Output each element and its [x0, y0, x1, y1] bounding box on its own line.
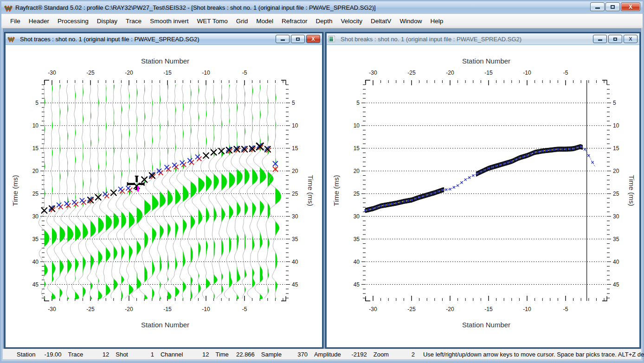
- svg-text:-20: -20: [125, 70, 133, 76]
- svg-text:Time (ms): Time (ms): [307, 175, 315, 206]
- svg-text:-15: -15: [163, 70, 172, 76]
- menu-item-model[interactable]: Model: [252, 16, 277, 26]
- restore-button[interactable]: [608, 35, 622, 43]
- svg-text:10: 10: [32, 122, 39, 129]
- shot-breaks-plot[interactable]: Station NumberStation NumberTime (ms)Tim…: [327, 45, 639, 347]
- svg-text:40: 40: [613, 259, 619, 265]
- svg-text:35: 35: [292, 236, 298, 242]
- svg-text:15: 15: [292, 145, 298, 152]
- svg-text:30: 30: [292, 213, 298, 220]
- menu-item-header[interactable]: Header: [25, 16, 53, 26]
- minimize-icon: [598, 39, 602, 41]
- menu-item-depth[interactable]: Depth: [312, 16, 337, 26]
- status-bar: Station-19.00Trace12Shot1Channel12Time22…: [3, 349, 641, 359]
- shot-traces-title: Shot traces : shot no. 1 (original input…: [20, 36, 200, 43]
- svg-text:-10: -10: [202, 70, 210, 76]
- svg-text:-25: -25: [86, 70, 95, 76]
- status-label: Station: [17, 351, 35, 358]
- svg-text:-20: -20: [446, 70, 454, 76]
- menu-item-trace[interactable]: Trace: [122, 16, 146, 26]
- minimize-icon: [595, 7, 600, 9]
- svg-text:40: 40: [32, 259, 39, 265]
- menu-item-processing[interactable]: Processing: [53, 16, 93, 26]
- close-icon: X: [629, 37, 632, 42]
- menu-item-window[interactable]: Window: [395, 16, 426, 26]
- status-value: 12: [85, 351, 109, 358]
- status-label: Amplitude: [314, 351, 341, 358]
- menu-item-wet-tomo[interactable]: WET Tomo: [193, 16, 232, 26]
- svg-text:-20: -20: [446, 306, 454, 312]
- close-icon: X: [629, 4, 632, 10]
- svg-text:-25: -25: [86, 306, 95, 312]
- svg-text:15: 15: [613, 145, 619, 152]
- svg-text:20: 20: [32, 168, 39, 174]
- svg-text:45: 45: [613, 281, 619, 288]
- svg-text:5: 5: [613, 100, 616, 106]
- status-field-sample: Sample370: [261, 351, 314, 358]
- restore-button[interactable]: [291, 35, 305, 43]
- shot-traces-controls: X: [276, 35, 320, 43]
- svg-text:-15: -15: [163, 306, 172, 312]
- svg-text:35: 35: [613, 236, 619, 242]
- window-controls: X: [590, 2, 640, 11]
- menu-item-deltatv[interactable]: DeltatV: [367, 16, 395, 26]
- svg-text:40: 40: [354, 259, 360, 265]
- svg-text:-20: -20: [125, 306, 133, 312]
- minimize-button[interactable]: [593, 35, 607, 43]
- status-field-trace: Trace12: [68, 351, 116, 358]
- svg-text:5: 5: [35, 100, 39, 106]
- shot-breaks-plot-area: Station NumberStation NumberTime (ms)Tim…: [327, 45, 639, 347]
- svg-text:-10: -10: [523, 306, 531, 312]
- svg-text:15: 15: [32, 145, 39, 152]
- svg-text:5: 5: [292, 100, 295, 106]
- shot-breaks-titlebar[interactable]: Shot breaks : shot no. 1 (original input…: [327, 33, 639, 45]
- maximize-button[interactable]: [605, 2, 620, 11]
- svg-text:25: 25: [613, 191, 619, 197]
- svg-text:15: 15: [354, 145, 360, 152]
- svg-text:-25: -25: [407, 306, 416, 312]
- main-titlebar[interactable]: Rayfract® Standard 5.02 : profile C:\RAY…: [1, 1, 643, 14]
- shot-traces-plot-area: Station NumberStation NumberTime (ms)Tim…: [6, 45, 322, 347]
- svg-text:-30: -30: [48, 306, 56, 312]
- close-button[interactable]: X: [621, 2, 640, 11]
- shot-breaks-window: Shot breaks : shot no. 1 (original input…: [326, 32, 640, 348]
- close-button[interactable]: X: [306, 35, 320, 43]
- shot-breaks-title: Shot breaks : shot no. 1 (original input…: [341, 36, 522, 43]
- status-value: 2: [391, 351, 415, 358]
- maximize-icon: [611, 5, 615, 9]
- menu-item-velocity[interactable]: Velocity: [337, 16, 367, 26]
- menu-item-smooth-invert[interactable]: Smooth invert: [146, 16, 193, 26]
- shot-traces-titlebar[interactable]: Shot traces : shot no. 1 (original input…: [6, 33, 322, 45]
- status-field-time: Time22.866: [215, 351, 261, 358]
- status-label: Sample: [261, 351, 282, 358]
- svg-text:25: 25: [292, 191, 298, 197]
- svg-text:-30: -30: [369, 306, 377, 312]
- menu-item-grid[interactable]: Grid: [232, 16, 252, 26]
- shot-traces-plot[interactable]: Station NumberStation NumberTime (ms)Tim…: [6, 45, 322, 347]
- status-field-station: Station-19.00: [17, 351, 68, 358]
- close-button[interactable]: X: [624, 35, 638, 43]
- svg-text:25: 25: [32, 191, 39, 197]
- status-value: -2192: [343, 351, 367, 358]
- status-field-channel: Channel12: [161, 351, 215, 358]
- status-value: 370: [283, 351, 308, 358]
- svg-text:45: 45: [292, 281, 298, 288]
- svg-text:-10: -10: [202, 306, 210, 312]
- svg-text:10: 10: [613, 122, 619, 129]
- svg-text:-5: -5: [563, 70, 568, 76]
- svg-text:Time (ms): Time (ms): [332, 175, 340, 206]
- svg-text:30: 30: [32, 213, 39, 220]
- minimize-icon: [281, 39, 285, 41]
- minimize-button[interactable]: [276, 35, 290, 43]
- menu-item-file[interactable]: File: [6, 16, 25, 26]
- svg-text:-5: -5: [242, 70, 247, 76]
- svg-text:Time (ms): Time (ms): [11, 175, 19, 206]
- svg-text:25: 25: [354, 191, 360, 197]
- status-value: 12: [185, 351, 209, 358]
- menu-item-refractor[interactable]: Refractor: [277, 16, 312, 26]
- status-value: -19.00: [37, 351, 61, 358]
- menu-item-display[interactable]: Display: [93, 16, 122, 26]
- menu-item-help[interactable]: Help: [426, 16, 447, 26]
- minimize-button[interactable]: [590, 2, 605, 11]
- status-value: 1: [130, 351, 154, 358]
